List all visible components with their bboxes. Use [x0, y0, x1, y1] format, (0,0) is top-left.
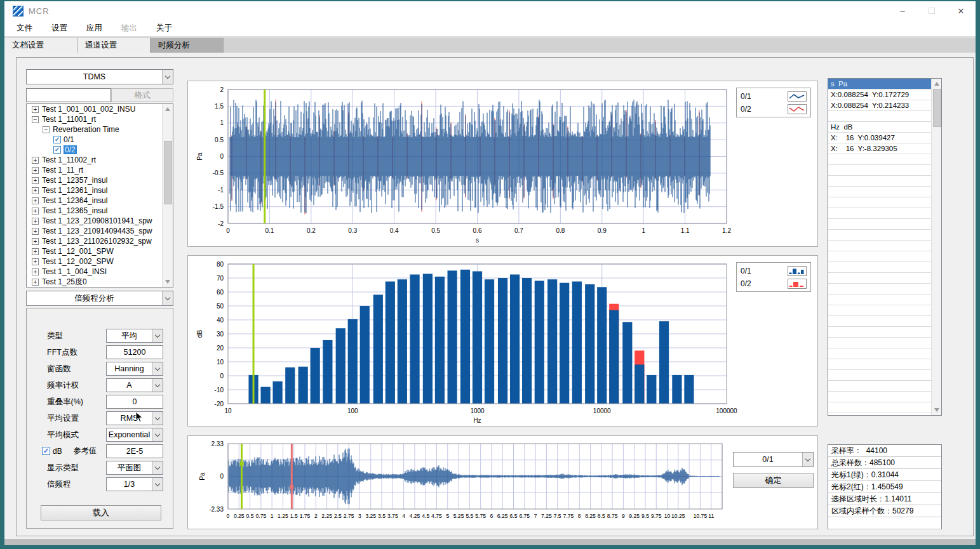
settings-select-10[interactable]: 1/3	[106, 477, 163, 491]
cursor-value-row[interactable]: X: 16 Y:-8.329305	[828, 143, 931, 154]
collapse-icon[interactable]: −	[43, 126, 50, 133]
expand-icon[interactable]: +	[32, 218, 39, 225]
tree-item[interactable]: +Test 1_11_rt	[27, 165, 162, 175]
expand-icon[interactable]: +	[32, 208, 39, 215]
settings-select-4[interactable]: A	[106, 378, 163, 392]
tree-item[interactable]: +Test 1_12_001_SPW	[27, 246, 162, 256]
cursor-value-row[interactable]	[828, 316, 931, 327]
tree-item[interactable]: −Test 1_11001_rt	[27, 114, 162, 124]
settings-select-3[interactable]: Hanning	[106, 362, 163, 376]
cursor-value-row[interactable]	[828, 197, 931, 208]
format-button[interactable]: 格式	[111, 88, 173, 102]
settings-input-8[interactable]	[106, 444, 163, 458]
cursor-value-row[interactable]	[828, 187, 931, 197]
cursor-value-row[interactable]	[828, 273, 931, 284]
tree-item[interactable]: +Test 1_12364_insul	[27, 195, 162, 206]
tab-2[interactable]: 通道设置	[77, 37, 151, 53]
cursor-value-row[interactable]	[828, 392, 931, 402]
expand-icon[interactable]: +	[32, 268, 39, 275]
settings-input-5[interactable]	[106, 395, 163, 409]
cursor-value-row[interactable]: X:0.088254 Y:0.172729	[828, 89, 931, 100]
expand-icon[interactable]: +	[32, 187, 39, 194]
collapse-icon[interactable]: −	[32, 116, 39, 123]
spectrum-chart[interactable]: 80706050403020100-10-2010100100010000100…	[188, 256, 819, 427]
menu-item-5[interactable]: 关于	[147, 23, 182, 34]
filter-input[interactable]	[26, 88, 111, 102]
tree-item[interactable]: +Test 1_12357_insul	[27, 175, 162, 185]
cursor-value-row[interactable]	[828, 381, 931, 392]
cursor-value-row[interactable]	[828, 284, 931, 294]
time-chart[interactable]: 21.510.50-0.5-1-1.5-200.10.20.30.40.50.6…	[188, 81, 819, 248]
cursor-value-row[interactable]	[828, 305, 931, 316]
menu-item-4[interactable]: 输出	[112, 23, 147, 34]
tree-item[interactable]: +Test 1_12361_insul	[27, 185, 162, 195]
tree-item[interactable]: ✓0/2	[27, 145, 162, 155]
tree-item[interactable]: −Reverberation Time	[27, 124, 162, 135]
cursor-value-row[interactable]	[828, 230, 931, 241]
expand-icon[interactable]: +	[32, 238, 39, 245]
tree-item[interactable]: +Test 1_123_210908101941_spw	[27, 216, 162, 226]
cursor-value-row[interactable]	[828, 359, 931, 370]
cursor-value-row[interactable]	[828, 348, 931, 359]
cursor-value-row[interactable]	[828, 165, 931, 176]
menu-item-1[interactable]: 文件	[7, 23, 42, 34]
tab-3[interactable]: 时频分析	[151, 37, 224, 53]
tree-item[interactable]: +Test 1_11002_rt	[27, 155, 162, 165]
tree-item[interactable]: +Test 1_12365_insul	[27, 206, 162, 216]
expand-icon[interactable]: +	[32, 248, 39, 255]
cursor-value-row[interactable]	[828, 219, 931, 230]
cursor-value-row[interactable]	[828, 402, 931, 413]
tree-item[interactable]: +Test 1_001_001_002_INSU	[27, 104, 162, 114]
cursor-value-row[interactable]	[828, 338, 931, 348]
tree-item[interactable]: +Test 1_123_210914094435_spw	[27, 226, 162, 236]
load-button[interactable]: 载入	[41, 505, 161, 520]
cursor-value-row[interactable]: X: 16 Y:0.039427	[828, 133, 931, 143]
tree-item[interactable]: ✓0/1	[27, 135, 162, 145]
cursor-value-row[interactable]	[828, 262, 931, 273]
menu-item-3[interactable]: 应用	[77, 23, 112, 34]
expand-icon[interactable]: +	[32, 258, 39, 265]
cursor-value-row[interactable]	[828, 111, 931, 122]
confirm-button[interactable]: 确定	[733, 473, 814, 488]
cursor-value-row[interactable]	[828, 241, 931, 251]
expand-icon[interactable]: +	[32, 157, 39, 164]
tree-item[interactable]: +Test 1_25度0	[27, 277, 162, 287]
cursor-value-row[interactable]	[828, 154, 931, 165]
cursor-value-row[interactable]	[828, 208, 931, 219]
close-button[interactable]: ✕	[946, 1, 976, 20]
expand-icon[interactable]: +	[32, 177, 39, 184]
analysis-type-select[interactable]: 倍频程分析	[26, 291, 173, 306]
expand-icon[interactable]: +	[32, 279, 39, 286]
cursor-value-row[interactable]: s Pa	[828, 79, 931, 89]
expand-icon[interactable]: +	[32, 167, 39, 174]
cursor-value-row[interactable]	[828, 327, 931, 338]
settings-select-7[interactable]: Exponential	[106, 428, 163, 442]
tree-item[interactable]: +Test 1_1_004_INSI	[27, 267, 162, 277]
db-checkbox[interactable]: ✓	[42, 447, 50, 455]
expand-icon[interactable]: +	[32, 197, 39, 204]
cursor-value-row[interactable]	[828, 370, 931, 381]
tree-scrollbar-thumb[interactable]	[164, 141, 172, 204]
expand-icon[interactable]: +	[32, 228, 39, 235]
cursor-value-row[interactable]	[828, 176, 931, 187]
settings-select-6[interactable]: RMS	[106, 411, 163, 425]
tree-checkbox[interactable]: ✓	[53, 146, 61, 154]
menu-item-2[interactable]: 设置	[42, 23, 77, 34]
maximize-button[interactable]	[917, 1, 946, 20]
cursor-value-row[interactable]	[828, 251, 931, 262]
cursor-panel-scrollbar[interactable]	[931, 79, 941, 415]
settings-input-2[interactable]	[106, 345, 163, 359]
file-format-select[interactable]: TDMS	[26, 69, 173, 84]
expand-icon[interactable]: +	[32, 106, 39, 113]
record-chart[interactable]: 2.330-2.3300.250.50.7511.251.51.7522.252…	[188, 436, 819, 530]
cursor-value-row[interactable]: Hz dB	[828, 122, 931, 133]
tree-item[interactable]: +Test 1_12_002_SPW	[27, 256, 162, 267]
settings-select-9[interactable]: 平面图	[106, 461, 163, 475]
cursor-value-row[interactable]	[828, 294, 931, 305]
tab-1[interactable]: 文档设置	[4, 37, 77, 53]
tree-item[interactable]: +Test 1_123_211026102932_spw	[27, 236, 162, 246]
cursor-value-row[interactable]: X:0.088254 Y:0.214233	[828, 100, 931, 111]
tree-scrollbar[interactable]	[162, 104, 173, 287]
settings-select-1[interactable]: 平均	[106, 329, 163, 343]
cursor-scrollbar-thumb[interactable]	[933, 89, 941, 127]
